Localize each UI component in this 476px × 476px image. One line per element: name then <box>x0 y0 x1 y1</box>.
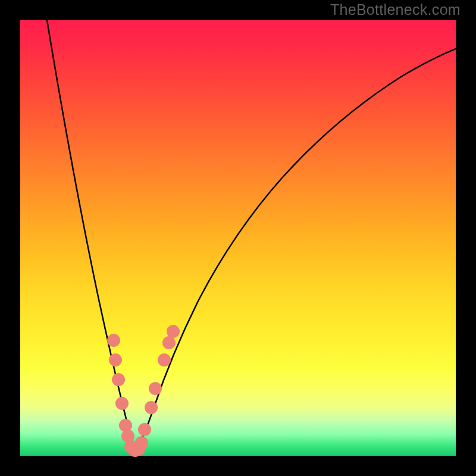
marker-dots-group <box>107 325 180 457</box>
chart-svg <box>20 20 456 456</box>
marker-dot <box>145 401 158 414</box>
marker-dot <box>135 436 148 449</box>
marker-dot <box>158 353 171 367</box>
curve-right-arm <box>136 49 456 451</box>
marker-dot <box>149 382 162 395</box>
plot-area <box>20 20 456 456</box>
watermark-text: TheBottleneck.com <box>330 1 461 18</box>
marker-dot <box>109 353 122 367</box>
marker-dot <box>138 423 151 436</box>
chart-frame: TheBottleneck.com <box>0 0 476 476</box>
curve-left-arm <box>47 20 136 451</box>
marker-dot <box>107 334 120 347</box>
marker-dot <box>167 325 180 338</box>
marker-dot <box>115 397 129 410</box>
marker-dot <box>162 336 176 349</box>
marker-dot <box>112 373 125 386</box>
